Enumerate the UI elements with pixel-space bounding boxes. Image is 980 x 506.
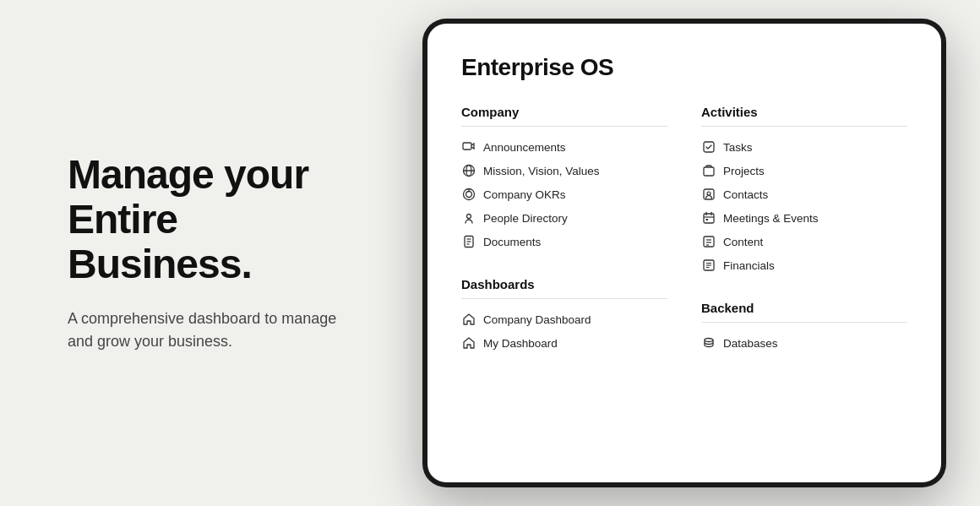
svg-point-29 bbox=[705, 339, 713, 342]
menu-item-tasks[interactable]: Tasks bbox=[701, 135, 907, 159]
section-header-backend: Backend bbox=[701, 301, 907, 323]
svg-rect-13 bbox=[704, 167, 714, 176]
documents-label: Documents bbox=[483, 236, 541, 248]
my-dashboard-icon bbox=[461, 335, 476, 351]
my-dashboard-label: My Dashboard bbox=[483, 337, 558, 350]
projects-icon bbox=[701, 163, 716, 178]
contacts-icon bbox=[701, 187, 716, 202]
content-icon bbox=[701, 234, 716, 249]
menu-item-my-dashboard[interactable]: My Dashboard bbox=[461, 331, 667, 355]
financials-icon bbox=[701, 258, 716, 273]
okrs-icon bbox=[461, 187, 476, 202]
app-title: Enterprise OS bbox=[461, 54, 907, 81]
menu-item-documents[interactable]: Documents bbox=[461, 230, 667, 253]
section-activities: Activities Tasks bbox=[701, 105, 907, 277]
section-header-activities: Activities bbox=[701, 105, 907, 127]
section-dashboards: Dashboards Company Dashboard bbox=[461, 277, 667, 355]
right-panel: Enterprise OS Company bbox=[406, 0, 980, 506]
svg-rect-14 bbox=[704, 189, 714, 199]
company-dashboard-label: Company Dashboard bbox=[483, 313, 591, 326]
announcements-label: Announcements bbox=[483, 141, 566, 154]
financials-label: Financials bbox=[723, 259, 775, 272]
menu-item-contacts[interactable]: Contacts bbox=[701, 182, 907, 206]
left-panel: Manage your Entire Business. A comprehen… bbox=[0, 102, 406, 403]
column-right: Activities Tasks bbox=[701, 105, 907, 378]
mission-label: Mission, Vision, Values bbox=[483, 165, 600, 177]
menu-item-people[interactable]: People Directory bbox=[461, 206, 667, 230]
menu-item-databases[interactable]: Databases bbox=[701, 331, 907, 355]
menu-grid: Company Announcements bbox=[461, 105, 907, 378]
device-screen: Enterprise OS Company bbox=[427, 24, 941, 482]
svg-rect-0 bbox=[463, 143, 471, 150]
menu-item-okrs[interactable]: Company OKRs bbox=[461, 182, 667, 206]
svg-point-5 bbox=[466, 192, 472, 198]
svg-point-15 bbox=[707, 192, 710, 195]
menu-item-mission[interactable]: Mission, Vision, Values bbox=[461, 159, 667, 182]
people-label: People Directory bbox=[483, 212, 568, 225]
menu-item-projects[interactable]: Projects bbox=[701, 159, 907, 182]
databases-label: Databases bbox=[723, 337, 778, 350]
announcements-icon bbox=[461, 139, 476, 155]
svg-rect-20 bbox=[706, 219, 709, 220]
tasks-label: Tasks bbox=[723, 141, 753, 154]
menu-item-content[interactable]: Content bbox=[701, 230, 907, 253]
section-backend: Backend Databases bbox=[701, 301, 907, 355]
meetings-icon bbox=[701, 210, 716, 226]
content-label: Content bbox=[723, 236, 763, 248]
section-company: Company Announcements bbox=[461, 105, 667, 253]
contacts-label: Contacts bbox=[723, 188, 768, 201]
tasks-icon bbox=[701, 139, 716, 155]
people-icon bbox=[461, 210, 476, 226]
column-left: Company Announcements bbox=[461, 105, 667, 378]
svg-point-7 bbox=[467, 215, 471, 219]
menu-item-company-dashboard[interactable]: Company Dashboard bbox=[461, 307, 667, 331]
okrs-label: Company OKRs bbox=[483, 188, 566, 201]
mission-icon bbox=[461, 163, 476, 178]
svg-rect-16 bbox=[704, 214, 714, 223]
menu-item-meetings[interactable]: Meetings & Events bbox=[701, 206, 907, 230]
databases-icon bbox=[701, 335, 716, 351]
documents-icon bbox=[461, 234, 476, 249]
menu-item-financials[interactable]: Financials bbox=[701, 253, 907, 277]
company-dashboard-icon bbox=[461, 312, 476, 327]
meetings-label: Meetings & Events bbox=[723, 212, 819, 225]
section-header-dashboards: Dashboards bbox=[461, 277, 667, 299]
menu-item-announcements[interactable]: Announcements bbox=[461, 135, 667, 159]
projects-label: Projects bbox=[723, 165, 765, 177]
section-header-company: Company bbox=[461, 105, 667, 127]
device-frame: Enterprise OS Company bbox=[422, 19, 946, 487]
hero-subtitle: A comprehensive dashboard to manage and … bbox=[68, 307, 355, 353]
svg-rect-12 bbox=[704, 142, 714, 152]
hero-title: Manage your Entire Business. bbox=[68, 153, 355, 286]
